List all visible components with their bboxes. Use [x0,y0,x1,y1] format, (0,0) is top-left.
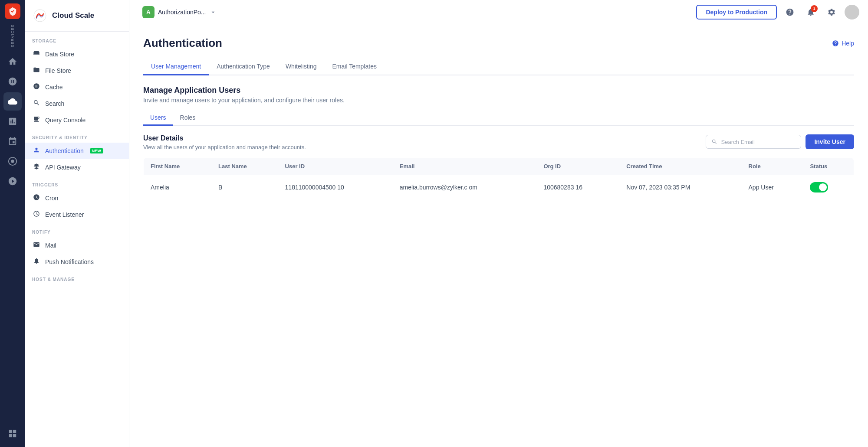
user-details-text: User Details View all the users of your … [143,134,306,150]
col-user-id: User ID [278,158,393,175]
help-button[interactable] [782,4,798,20]
cell-last-name: B [211,175,278,200]
tab-email-templates[interactable]: Email Templates [324,59,384,75]
app-name: AuthorizationPo... [158,9,206,16]
sidebar-brand-name: Cloud Scale [52,11,94,20]
sidebar: Cloud Scale STORAGE Data Store File Stor… [25,0,129,447]
search-icon [711,138,717,145]
tab-authentication-type[interactable]: Authentication Type [209,59,278,75]
col-last-name: Last Name [211,158,278,175]
col-status: Status [803,158,854,175]
section-label-security: SECURITY & IDENTITY [25,128,129,143]
sidebar-item-push-notifications[interactable]: Push Notifications [25,254,129,270]
section-title: Manage Application Users [143,86,854,95]
rail-icon-cloud[interactable] [3,92,22,111]
chevron-down-icon [210,9,217,16]
help-circle-icon [786,8,794,16]
data-store-icon [32,50,41,59]
sidebar-item-cron[interactable]: Cron [25,190,129,206]
sidebar-item-query-console[interactable]: Query Console [25,112,129,128]
sidebar-item-mail[interactable]: Mail [25,237,129,254]
table-row: Amelia B 118110000004500 10 amelia.burro… [144,175,854,200]
user-details-header: User Details View all the users of your … [143,134,854,150]
sidebar-item-api-gateway[interactable]: API Gateway [25,159,129,176]
brand-icon [32,8,48,23]
sidebar-item-label: Push Notifications [45,258,94,265]
sidebar-item-cache[interactable]: Cache [25,79,129,95]
sub-tab-users[interactable]: Users [143,111,173,126]
authentication-icon [32,147,41,155]
sub-tabs: Users Roles [143,111,854,126]
push-notifications-icon [32,258,41,266]
status-toggle[interactable] [810,182,828,193]
gear-icon [827,8,836,16]
sidebar-item-label: Data Store [45,51,74,58]
section-label-triggers: TRIGGERS [25,176,129,190]
cell-first-name: Amelia [144,175,212,200]
app-selector[interactable]: A AuthorizationPo... [138,3,221,21]
new-badge: NEW [90,148,103,153]
section-label-storage: STORAGE [25,32,129,46]
col-created-time: Created Time [619,158,741,175]
col-email: Email [393,158,537,175]
sidebar-item-file-store[interactable]: File Store [25,62,129,79]
event-listener-icon [32,210,41,219]
sidebar-item-event-listener[interactable]: Event Listener [25,206,129,223]
rail-icon-integration[interactable] [3,152,22,170]
user-details-title: User Details [143,134,306,142]
search-nav-icon [32,99,41,108]
sidebar-item-label: Event Listener [45,211,84,218]
cache-icon [32,83,41,91]
cell-created-time: Nov 07, 2023 03:35 PM [619,175,741,200]
tab-whitelisting[interactable]: Whitelisting [278,59,325,75]
deploy-to-production-button[interactable]: Deploy to Production [696,5,777,20]
settings-button[interactable] [824,4,839,20]
help-link-icon [832,40,839,47]
help-link[interactable]: Help [832,40,854,47]
sidebar-header: Cloud Scale [25,0,129,32]
mail-icon [32,241,41,250]
col-role: Role [742,158,803,175]
sidebar-item-data-store[interactable]: Data Store [25,46,129,62]
users-table: First Name Last Name User ID Email Org I… [143,157,854,200]
content-area: Authentication Help User Management Auth… [129,24,868,447]
sidebar-item-label: Cron [45,195,58,202]
invite-user-button[interactable]: Invite User [806,134,854,149]
cell-status [803,175,854,200]
cell-org-id: 100680283 16 [536,175,619,200]
cron-icon [32,194,41,202]
rail-icon-functions[interactable] [3,72,22,91]
services-label: Services [10,24,15,47]
sidebar-item-authentication[interactable]: Authentication NEW [25,143,129,159]
cell-email: amelia.burrows@zylker.c om [393,175,537,200]
sidebar-item-label: Cache [45,84,62,91]
app-logo [5,3,20,19]
sidebar-item-search[interactable]: Search [25,95,129,112]
search-email-wrap [706,135,801,149]
status-toggle-wrap [810,182,847,193]
cell-role: App User [742,175,803,200]
cell-user-id: 118110000004500 10 [278,175,393,200]
page-title: Authentication [143,36,222,50]
main-tabs: User Management Authentication Type Whit… [143,59,854,75]
sidebar-item-label: File Store [45,67,71,74]
col-first-name: First Name [144,158,212,175]
notification-badge: 1 [811,5,818,12]
api-gateway-icon [32,163,41,172]
rail-icon-connections[interactable] [3,132,22,150]
user-details-actions: Invite User [706,134,854,149]
svg-point-1 [11,160,14,163]
rail-icon-analytics[interactable] [3,112,22,131]
notifications-button[interactable]: 1 [803,4,819,20]
user-avatar[interactable] [845,5,859,20]
rail-icon-grid[interactable] [3,424,22,443]
search-email-input[interactable] [721,139,796,145]
rail-icon-home[interactable] [3,52,22,71]
tab-user-management[interactable]: User Management [143,59,209,75]
page-header: Authentication Help [143,36,854,50]
section-label-host: HOST & MANAGE [25,270,129,284]
sidebar-item-label: Mail [45,242,56,249]
user-details-desc: View all the users of your application a… [143,144,306,150]
rail-icon-settings[interactable] [3,172,22,190]
sub-tab-roles[interactable]: Roles [173,111,203,126]
